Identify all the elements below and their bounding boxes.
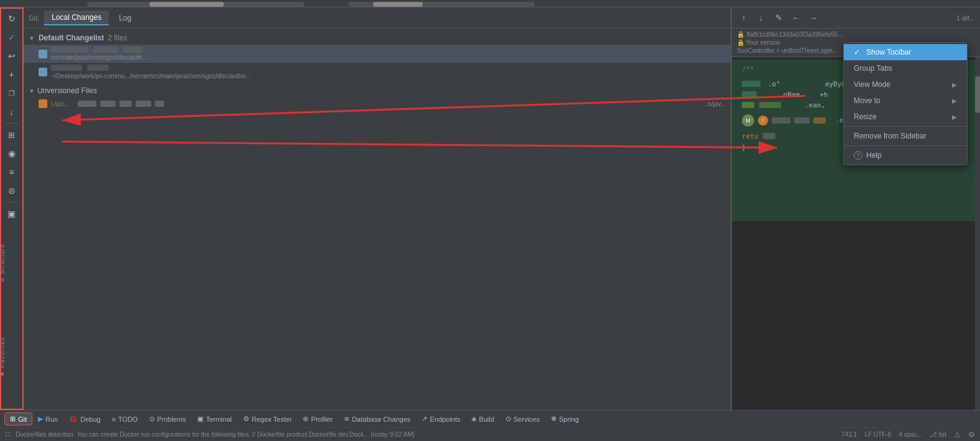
bottom-bar: ⊞ Git ▶ Run 🐞 Debug ≡ TODO ⊙ Problems ▣ … bbox=[0, 410, 980, 427]
file-item-1[interactable]: src/main/java/com/sgcc/dlsc/auth... bbox=[24, 45, 731, 63]
tab-problems[interactable]: ⊙ Problems bbox=[144, 413, 191, 425]
move-to-arrow: ▶ bbox=[952, 98, 957, 104]
left-toolbar: ↻ ✓ ↩ + ❐ ↓ ⊞ ◉ ≡ ⊜ ▣ ≋ Structure ★ Favo… bbox=[0, 7, 24, 410]
diff-info: 1 dif... bbox=[956, 14, 975, 22]
run-tab-icon: ▶ bbox=[38, 415, 43, 423]
file-icon-2 bbox=[39, 68, 47, 76]
file-icon-1 bbox=[39, 50, 47, 58]
menu-help[interactable]: ? Help bbox=[844, 147, 967, 163]
menu-remove-sidebar-label: Remove from Sidebar bbox=[854, 132, 927, 140]
status-bar: ☐ Dockerfiles detection: You can create … bbox=[0, 427, 980, 441]
status-warning: ⚠ bbox=[954, 430, 961, 439]
structure-label: Structure bbox=[0, 243, 6, 275]
menu-resize-label: Resize bbox=[854, 112, 877, 121]
services-tab-label: Services bbox=[514, 416, 540, 423]
resize-arrow: ▶ bbox=[952, 114, 957, 120]
todo-tab-label: TODO bbox=[118, 416, 138, 423]
file-item-2[interactable]: ~/Desktop/work/px-commu.../server/src/ma… bbox=[24, 63, 731, 81]
diff-down-btn[interactable]: ↓ bbox=[754, 11, 768, 25]
menu-help-label: Help bbox=[866, 151, 882, 160]
tab-regex[interactable]: ⚙ Regex Tester bbox=[238, 413, 297, 425]
tab-log[interactable]: Log bbox=[111, 11, 139, 25]
diff-hash-text: ffafb1cd9bc13d3a03f3a395efe55... bbox=[747, 31, 843, 38]
menu-remove-sidebar[interactable]: Remove from Sidebar bbox=[844, 128, 967, 144]
tab-endpoints[interactable]: ↗ Endpoints bbox=[417, 413, 465, 425]
eye-btn[interactable]: ◉ bbox=[3, 145, 21, 162]
plus-btn[interactable]: + bbox=[3, 66, 21, 83]
regex-tab-label: Regex Tester bbox=[252, 416, 292, 423]
build-tab-icon: ◈ bbox=[471, 415, 476, 423]
tab-spring[interactable]: ❋ Spring bbox=[546, 413, 584, 425]
status-vcs[interactable]: ⎇ list bbox=[930, 431, 946, 438]
problems-tab-label: Problems bbox=[157, 416, 186, 423]
regex-tab-icon: ⚙ bbox=[243, 415, 249, 423]
top-scrollbar bbox=[0, 0, 980, 7]
changelist-title: Default Changelist bbox=[39, 34, 104, 42]
divider-1 bbox=[4, 123, 19, 124]
undo-btn[interactable]: ↩ bbox=[3, 47, 21, 65]
diff-up-btn[interactable]: ↑ bbox=[737, 11, 751, 25]
copy-btn[interactable]: ❐ bbox=[3, 84, 21, 102]
spring-tab-label: Spring bbox=[559, 416, 579, 423]
status-settings[interactable]: ⚙ bbox=[968, 430, 975, 439]
tab-todo[interactable]: ≡ TODO bbox=[107, 414, 143, 425]
diff-scrollbar-thumb bbox=[975, 76, 980, 113]
grid-btn[interactable]: ⊞ bbox=[3, 126, 21, 143]
changelist-count: 2 files bbox=[108, 34, 127, 42]
unversioned-title: Unversioned Files bbox=[37, 86, 97, 95]
tab-run[interactable]: ▶ Run bbox=[33, 413, 63, 425]
upd-item[interactable]: Upd... ...n/jav... bbox=[24, 98, 731, 110]
diff-forward-btn[interactable]: → bbox=[807, 11, 820, 25]
endpoints-tab-label: Endpoints bbox=[430, 416, 460, 423]
lock-icon-1: 🔒 bbox=[737, 31, 744, 38]
profiler-tab-label: Profiler bbox=[311, 416, 333, 423]
menu-move-to[interactable]: Move to ▶ bbox=[844, 93, 967, 109]
tab-git[interactable]: ⊞ Git bbox=[5, 413, 32, 425]
menu-group-tabs-label: Group Tabs bbox=[854, 64, 892, 73]
endpoints-tab-icon: ↗ bbox=[422, 415, 427, 423]
square-btn[interactable]: ▣ bbox=[3, 205, 21, 222]
diff-back-btn[interactable]: ← bbox=[789, 11, 803, 25]
menu-resize[interactable]: Resize ▶ bbox=[844, 109, 967, 125]
tab-build[interactable]: ◈ Build bbox=[466, 413, 499, 425]
download-btn[interactable]: ↓ bbox=[3, 103, 21, 120]
refresh-btn[interactable]: ↻ bbox=[3, 10, 21, 27]
terminal-tab-icon: ▣ bbox=[197, 415, 203, 423]
menu-view-mode-label: View Mode bbox=[854, 80, 890, 89]
menu-view-mode[interactable]: View Mode ▶ bbox=[844, 76, 967, 93]
status-encoding: LF UTF-8 bbox=[864, 431, 891, 438]
status-right: 741:1 LF UTF-8 4 spac... ⎇ list ⚠ ⚙ bbox=[841, 430, 975, 439]
split-btn[interactable]: ⊜ bbox=[3, 182, 21, 199]
todo-tab-icon: ≡ bbox=[112, 416, 116, 423]
check-btn[interactable]: ✓ bbox=[3, 29, 21, 46]
build-tab-label: Build bbox=[479, 416, 494, 423]
problems-tab-icon: ⊙ bbox=[149, 415, 155, 423]
db-tab-label: Database Changes bbox=[352, 416, 410, 423]
tab-terminal[interactable]: ▣ Terminal bbox=[192, 413, 237, 425]
debug-tab-label: Debug bbox=[80, 416, 100, 423]
tab-db-changes[interactable]: ≋ Database Changes bbox=[339, 413, 415, 425]
menu-separator-2 bbox=[844, 145, 967, 146]
file-list: ▼ Default Changelist 2 files src bbox=[24, 29, 731, 410]
menu-show-toolbar-label: Show Toolbar bbox=[866, 48, 912, 57]
services-tab-icon: ⊙ bbox=[506, 415, 511, 423]
diff-scrollbar[interactable] bbox=[975, 57, 980, 410]
diff-edit-btn[interactable]: ✎ bbox=[772, 11, 785, 25]
run-tab-label: Run bbox=[45, 416, 58, 423]
tab-profiler[interactable]: ⊕ Profiler bbox=[298, 413, 338, 425]
menu-group-tabs[interactable]: Group Tabs bbox=[844, 60, 967, 76]
status-indent: 4 spac... bbox=[899, 431, 922, 438]
git-tab-label: Git bbox=[18, 416, 27, 423]
menu-show-toolbar[interactable]: ✓ Show Toolbar bbox=[844, 44, 967, 60]
status-checkbox: ☐ bbox=[5, 431, 11, 438]
changelist-header: ▼ Default Changelist 2 files bbox=[24, 31, 731, 45]
tab-bar: Git: Local Changes Log bbox=[24, 7, 731, 29]
tab-services[interactable]: ⊙ Services bbox=[501, 413, 545, 425]
sliders-btn[interactable]: ≡ bbox=[3, 163, 21, 181]
tab-debug[interactable]: 🐞 Debug bbox=[64, 413, 105, 425]
center-panel: Git: Local Changes Log ▼ Default Changel… bbox=[24, 7, 731, 410]
upd-icon bbox=[39, 99, 47, 108]
checkmark-icon: ✓ bbox=[854, 48, 860, 57]
unversioned-header: ▼ Unversioned Files bbox=[24, 84, 731, 98]
tab-local-changes[interactable]: Local Changes bbox=[44, 11, 109, 25]
